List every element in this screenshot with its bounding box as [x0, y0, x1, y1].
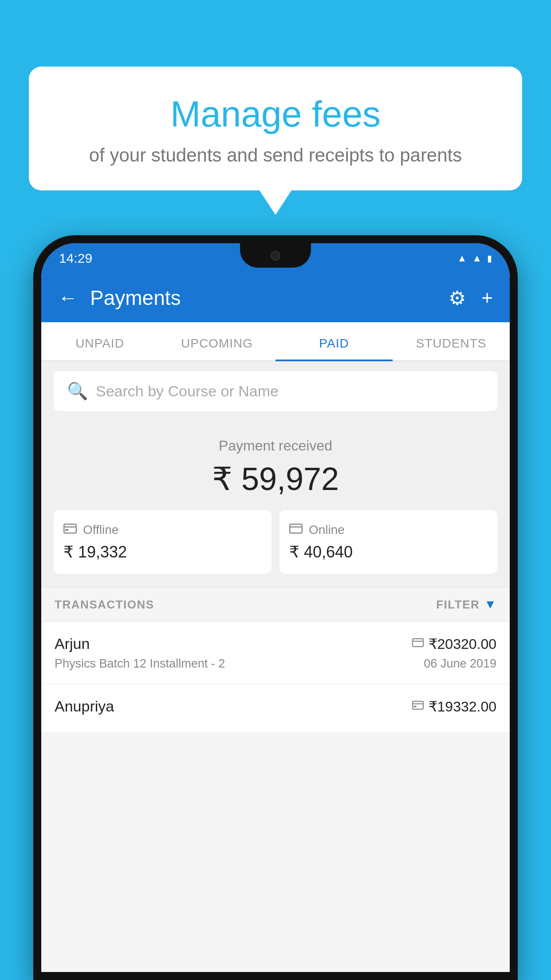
status-time: 14:29: [59, 251, 92, 266]
transaction-date: 06 June 2019: [424, 657, 496, 671]
search-input[interactable]: Search by Course or Name: [96, 383, 279, 400]
table-row[interactable]: Anupriya ₹19332.00: [41, 684, 510, 733]
transaction-course: Physics Batch 12 Installment - 2: [55, 657, 225, 671]
back-button[interactable]: ←: [58, 287, 78, 309]
offline-card-header: Offline: [63, 522, 262, 537]
offline-icon: [63, 522, 77, 537]
svg-rect-7: [412, 701, 423, 709]
svg-rect-2: [65, 529, 69, 531]
filter-icon: ▼: [484, 597, 496, 612]
offline-amount: ₹ 19,332: [63, 543, 262, 561]
filter-label: FILTER: [436, 598, 480, 612]
offline-payment-card: Offline ₹ 19,332: [54, 510, 272, 574]
transaction-top: Anupriya ₹19332.00: [55, 698, 496, 715]
tab-students[interactable]: STUDENTS: [393, 336, 510, 360]
status-bar: 14:29 ▲ ▲ ▮: [41, 243, 510, 273]
transaction-name: Arjun: [55, 635, 90, 652]
search-icon: 🔍: [67, 381, 88, 401]
svg-rect-3: [290, 524, 302, 533]
online-amount: ₹ 40,640: [289, 543, 488, 561]
offline-label: Offline: [83, 523, 118, 537]
status-icons: ▲ ▲ ▮: [457, 253, 492, 264]
phone-frame: 14:29 ▲ ▲ ▮ ← Payments ⚙ + UNPAID UPCOMI…: [33, 235, 518, 980]
app-bar: ← Payments ⚙ +: [41, 273, 510, 322]
transaction-name: Anupriya: [55, 698, 114, 715]
payment-cards: Offline ₹ 19,332 Online: [54, 510, 497, 574]
notch: [240, 243, 311, 268]
svg-rect-9: [413, 706, 417, 707]
search-bar[interactable]: 🔍 Search by Course or Name: [54, 371, 497, 411]
transaction-top: Arjun ₹20320.00: [55, 635, 496, 652]
tabs: UNPAID UPCOMING PAID STUDENTS: [41, 322, 510, 361]
tab-upcoming[interactable]: UPCOMING: [158, 336, 276, 360]
bubble-title: Manage fees: [51, 93, 500, 135]
svg-rect-5: [412, 639, 423, 647]
online-label: Online: [309, 523, 345, 537]
search-container: 🔍 Search by Course or Name: [41, 361, 510, 421]
filter-container[interactable]: FILTER ▼: [436, 597, 496, 612]
add-icon[interactable]: +: [481, 287, 493, 309]
table-row[interactable]: Arjun ₹20320.00 Physics Batch 12 Install…: [41, 622, 510, 684]
signal-icon: ▲: [472, 253, 482, 264]
bubble-subtitle: of your students and send receipts to pa…: [51, 145, 500, 166]
phone-screen: 14:29 ▲ ▲ ▮ ← Payments ⚙ + UNPAID UPCOMI…: [41, 243, 510, 972]
payment-received-section: Payment received ₹ 59,972 Offline: [41, 421, 510, 587]
transactions-header: TRANSACTIONS FILTER ▼: [41, 587, 510, 622]
online-payment-card: Online ₹ 40,640: [279, 510, 497, 574]
camera: [271, 251, 280, 261]
transaction-amount: ₹20320.00: [429, 636, 496, 652]
wifi-icon: ▲: [457, 253, 467, 264]
transactions-label: TRANSACTIONS: [55, 598, 154, 612]
online-card-header: Online: [289, 522, 488, 537]
settings-icon[interactable]: ⚙: [449, 287, 466, 309]
offline-payment-icon: [412, 699, 424, 713]
online-icon: [289, 522, 303, 537]
tab-paid[interactable]: PAID: [276, 336, 393, 360]
transaction-amount: ₹19332.00: [429, 698, 496, 715]
payment-received-amount: ₹ 59,972: [54, 460, 497, 498]
tab-unpaid[interactable]: UNPAID: [41, 336, 158, 360]
online-payment-icon: [412, 637, 424, 651]
speech-bubble: Manage fees of your students and send re…: [29, 67, 522, 190]
battery-icon: ▮: [487, 253, 492, 264]
transaction-amount-container: ₹20320.00: [412, 636, 496, 652]
app-bar-actions: ⚙ +: [449, 287, 493, 309]
transaction-bottom: Physics Batch 12 Installment - 2 06 June…: [55, 657, 496, 671]
svg-rect-0: [64, 524, 76, 533]
payment-received-label: Payment received: [54, 438, 497, 454]
app-title: Payments: [90, 286, 449, 310]
transaction-amount-container: ₹19332.00: [412, 698, 496, 715]
